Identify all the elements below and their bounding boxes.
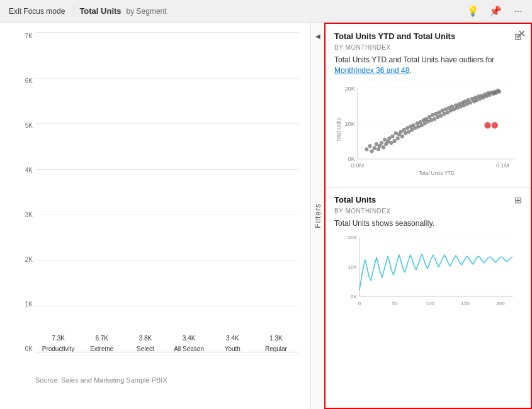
insight-title-1: Total Units YTD and Total Units	[334, 31, 509, 41]
y-label-7k: 7K	[25, 33, 33, 40]
svg-point-92	[484, 122, 490, 128]
insight-card-header-1: Total Units YTD and Total Units ⊞	[334, 31, 522, 42]
svg-text:100: 100	[426, 301, 434, 306]
insight-card-scatter: Total Units YTD and Total Units ⊞ BY MON…	[325, 24, 531, 188]
svg-point-43	[420, 123, 424, 127]
insight-desc-text-1b: .	[409, 66, 411, 75]
svg-point-12	[368, 144, 371, 148]
insight-pin-1[interactable]: ⊞	[514, 31, 522, 42]
svg-point-31	[400, 134, 404, 138]
filters-label: Filters	[314, 203, 322, 228]
main-content: 7K 6K 5K 4K 3K 2K 1K 0K	[0, 23, 532, 409]
y-label-1k: 1K	[25, 301, 33, 308]
insight-by-1: BY MONTHINDEX	[334, 44, 522, 51]
svg-text:20K: 20K	[348, 235, 358, 240]
svg-text:0K: 0K	[351, 294, 357, 300]
svg-point-91	[497, 89, 501, 93]
scatter-svg: 20K 10K 0K 0.0M 0.1M Total Units Total U…	[334, 81, 522, 182]
insight-card-line: Total Units ⊞ BY MONTHINDEX Total Units …	[325, 188, 531, 321]
svg-text:10K: 10K	[348, 264, 358, 270]
bar-value-youth: 3.4K	[216, 335, 249, 342]
app-container: Exit Focus mode Total Units by Segment 💡…	[0, 0, 532, 409]
svg-point-59	[446, 110, 450, 114]
source-text: Source: Sales and Marketing Sample PBIX	[10, 376, 305, 384]
bulb-icon[interactable]: 💡	[464, 3, 482, 20]
svg-text:150: 150	[461, 301, 470, 306]
bar-group-allseason: 3.4K All Season	[173, 335, 206, 352]
svg-point-51	[433, 116, 436, 120]
x-axis-line	[35, 352, 299, 352]
y-label-6k: 6K	[25, 77, 33, 84]
svg-point-48	[427, 115, 431, 118]
insight-link-1[interactable]: MonthIndex 36 and 48	[334, 66, 409, 75]
insight-card-header-2: Total Units ⊞	[334, 195, 522, 205]
svg-point-30	[399, 130, 403, 133]
bar-group-select: 3.8K Select	[128, 335, 162, 352]
insight-title-2: Total Units	[334, 195, 509, 204]
svg-text:Total Units: Total Units	[336, 118, 342, 142]
right-insights-panel: ✕ Total Units YTD and Total Units ⊞ BY M…	[324, 23, 532, 409]
svg-point-14	[373, 146, 376, 150]
y-label-0k: 0K	[25, 345, 33, 352]
y-label-2k: 2K	[25, 256, 33, 263]
bar-value-regular: 1.3K	[259, 335, 293, 342]
divider	[74, 5, 74, 18]
insight-desc-text-1a: Total Units YTD and Total Units have out…	[334, 55, 494, 64]
bar-group-productivity: 7.3K Productivity	[42, 335, 75, 352]
svg-text:200: 200	[496, 301, 505, 306]
bar-group-regular: 1.3K Regular	[259, 335, 293, 352]
svg-point-37	[410, 128, 414, 132]
bar-value-productivity: 7.3K	[42, 335, 75, 342]
svg-point-24	[389, 140, 393, 144]
insight-desc-2: Total Units shows seasonality.	[334, 218, 522, 229]
page-subtitle: by Segment	[127, 7, 167, 16]
bar-value-select: 3.8K	[128, 335, 162, 342]
svg-text:0K: 0K	[348, 155, 356, 162]
svg-point-93	[492, 122, 498, 128]
more-icon[interactable]: ···	[509, 3, 527, 20]
svg-point-20	[383, 137, 387, 141]
svg-point-23	[387, 136, 391, 140]
bars-container: 7.3K Productivity 6.7K Extreme 3.8K	[35, 33, 299, 352]
svg-text:50: 50	[392, 301, 398, 306]
svg-point-26	[392, 138, 396, 142]
bar-group-youth: 3.4K Youth	[216, 335, 249, 352]
y-label-3k: 3K	[25, 211, 33, 218]
svg-point-45	[423, 121, 427, 125]
svg-text:Total Units YTD: Total Units YTD	[419, 171, 455, 176]
svg-point-17	[378, 144, 382, 148]
y-label-4k: 4K	[25, 167, 33, 174]
line-svg: 20K 10K 0K 0 50 100 150 200	[334, 233, 522, 315]
svg-point-35	[407, 130, 410, 133]
insight-desc-1: Total Units YTD and Total Units have out…	[334, 55, 522, 76]
bar-chart-container: 7K 6K 5K 4K 3K 2K 1K 0K	[10, 33, 305, 371]
y-label-5k: 5K	[25, 122, 33, 129]
top-bar: Exit Focus mode Total Units by Segment 💡…	[0, 0, 532, 23]
exit-focus-button[interactable]: Exit Focus mode	[5, 6, 69, 17]
svg-point-11	[365, 147, 368, 151]
svg-point-28	[396, 136, 400, 140]
svg-point-73	[468, 101, 472, 104]
insight-pin-2[interactable]: ⊞	[514, 195, 522, 205]
pin-icon[interactable]: 📌	[487, 3, 504, 20]
svg-point-15	[375, 142, 378, 146]
filters-arrow-icon: ◀	[315, 33, 320, 40]
bar-value-extreme: 6.7K	[85, 335, 118, 342]
bar-chart-area: 7K 6K 5K 4K 3K 2K 1K 0K	[0, 23, 310, 409]
page-title: Total Units	[79, 6, 121, 16]
svg-text:0.0M: 0.0M	[351, 162, 365, 169]
svg-point-55	[439, 113, 443, 117]
line-chart: 20K 10K 0K 0 50 100 150 200	[334, 233, 522, 315]
svg-point-18	[380, 140, 383, 144]
svg-point-54	[437, 110, 441, 114]
bar-value-allseason: 3.4K	[173, 335, 206, 342]
svg-text:0.1M: 0.1M	[496, 162, 509, 169]
svg-point-13	[370, 149, 374, 153]
svg-text:10K: 10K	[344, 121, 355, 127]
filters-panel[interactable]: ◀ Filters	[310, 23, 324, 409]
y-axis: 7K 6K 5K 4K 3K 2K 1K 0K	[10, 33, 33, 352]
bar-group-extreme: 6.7K Extreme	[85, 335, 118, 352]
insight-by-2: BY MONTHINDEX	[334, 208, 522, 215]
svg-point-19	[382, 145, 385, 149]
svg-text:0: 0	[358, 301, 361, 306]
